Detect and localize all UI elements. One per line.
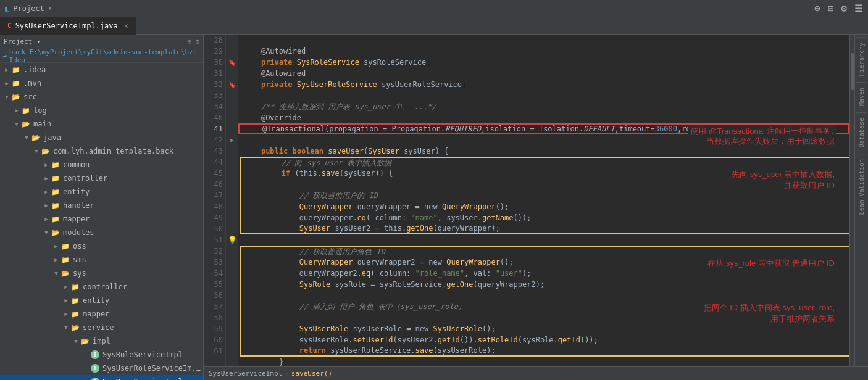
sidebar-item-label-common: common [63,160,90,169]
gutter-54 [226,268,238,279]
right-tab-bean-validation[interactable]: Bean Validation [856,154,867,220]
code-span-47: queryWrapper.eq( column: "name", sysUser… [246,212,531,223]
sidebar-icon-2[interactable]: ⚙ [195,38,199,46]
code-span-55: // 插入到 用户-角色 表中（sys_user_role） [246,301,465,312]
sidebar-item-impl-folder[interactable]: ▼ 📂 impl [0,334,203,348]
gutter-46 [226,179,238,190]
code-span-30: private SysRoleService sysRoleService; [243,57,431,68]
code-line-58: return sysUserRoleService.save(sysUserRo… [240,345,849,357]
sidebar-item-idea[interactable]: ▶ 📁 .idea [0,63,203,76]
sidebar-item-src[interactable]: ▼ 📂 src [0,90,203,104]
lightbulb-icon-51[interactable]: 💡 [228,236,237,244]
sidebar-item-common[interactable]: ▶ 📁 common [0,158,203,171]
line-num-57: 57 [206,301,223,312]
code-span-44: if (this.save(sysUser)) { [246,168,393,179]
code-span-56: SysUserRole sysUserRole = new SysUserRol… [246,323,496,334]
sidebar-item-label-main: main [33,120,51,128]
code-line-53: SysRole sysRole = sysRoleService.getOne(… [240,279,849,290]
code-line-44: if (this.save(sysUser)) { 先向 sys_user 表中… [240,168,849,179]
gutter-50 [226,223,238,234]
sidebar-item-sys-entity[interactable]: ▶ 📁 entity [0,294,203,307]
title-bar-controls: ⊕ ⊟ ⚙ ☰ [814,2,863,14]
code-span-34: /** 先插入数据到 用户表 sys_user 中。 ...*/ [243,101,436,112]
sidebar-item-sys-mapper[interactable]: ▶ 📁 mapper [0,307,203,321]
sidebar-item-mapper[interactable]: ▶ 📁 mapper [0,212,203,226]
sidebar-item-sysuserserviceimpl[interactable]: I SysUserServiceImpl [0,375,203,380]
line-num-29: 29 [206,46,223,57]
back-nav[interactable]: ◄ back E:\myProject\myGit\admin-vue-temp… [0,49,203,63]
folder-open-icon: 📂 [41,146,51,156]
breadcrumb: SysUserServiceImpl › saveUser() [204,366,868,380]
project-title[interactable]: Project [13,4,44,13]
scrollbar-thumb[interactable] [851,53,854,90]
layout-icon[interactable]: ⊟ [828,2,834,14]
project-dropdown-icon[interactable]: ▾ [48,4,52,12]
line-num-51: 51 [206,234,223,246]
chevron-right-icon: ▶ [2,67,11,73]
sidebar-item-sysroleserviceimpl[interactable]: I SysRoleServiceImpl [0,348,203,361]
folder-open-icon: 📂 [70,323,80,332]
code-span-50: // 获取普通用户角色 ID [246,246,385,257]
breadcrumb-method[interactable]: saveUser() [291,370,332,378]
sidebar-item-label-handler: handler [63,201,94,210]
sidebar-item-sms[interactable]: ▶ 📁 sms [0,253,203,266]
right-tab-database[interactable]: Database [856,112,867,152]
sidebar-item-oss[interactable]: ▶ 📁 oss [0,239,203,253]
code-line-30: private SysRoleService sysRoleService; [238,57,849,68]
sidebar-item-controller[interactable]: ▶ 📁 controller [0,171,203,185]
sidebar-item-com[interactable]: ▼ 📂 com.lyh.admin_template.back [0,144,203,158]
sidebar-item-label-sysuserserviceimpl: SysUserServiceImpl [102,378,183,380]
bookmark-icon-32: 🔖 [228,81,236,88]
gutter-53 [226,257,238,268]
sidebar-item-log[interactable]: ▶ 📁 log [0,104,203,117]
line-num-30: 30 [206,57,223,68]
chevron-down-icon: ▼ [72,338,80,344]
sidebar-item-service[interactable]: ▼ 📂 service [0,321,203,334]
sidebar-item-sys-controller[interactable]: ▶ 📁 controller [0,280,203,294]
gutter-31 [226,68,238,79]
chevron-right-icon: ▶ [62,311,70,317]
tab-close-icon[interactable]: × [124,22,128,30]
tab-sysUserServiceImpl[interactable]: C SysUserServiceImpl.java × [0,17,136,35]
sidebar-item-label-sysuserroleserviceimpl: SysUserRoleServiceIm... [102,364,203,373]
sidebar-item-sysuserroleserviceimpl[interactable]: I SysUserRoleServiceIm... [0,361,203,375]
code-span-41: @Transactional(propagation = Propagation… [244,123,740,134]
sidebar-item-mvn[interactable]: ▶ 📁 .mvn [0,76,203,90]
code-content[interactable]: @Autowired private SysRoleService sysRol… [238,35,849,366]
gutter-58 [226,312,238,323]
scrollbar-right[interactable] [849,35,854,366]
code-line-44b: 并获取用户 ID [240,179,849,190]
chevron-down-icon: ▼ [52,270,61,276]
code-span-40: @Override [243,112,301,123]
sidebar-item-entity[interactable]: ▶ 📁 entity [0,185,203,199]
code-line-33 [238,90,849,101]
breadcrumb-separator: › [285,370,289,378]
gutter-59 [226,323,238,334]
gutter-42: ▶ [226,134,238,146]
sidebar-item-sys[interactable]: ▼ 📂 sys [0,266,203,280]
sidebar-item-label-oss: oss [73,242,86,250]
right-tab-hierarchy[interactable]: Hierarchy [856,37,867,81]
sidebar-item-modules[interactable]: ▼ 📂 modules [0,226,203,239]
settings-icon[interactable]: ⚙ [841,2,847,14]
menu-icon[interactable]: ☰ [854,2,863,14]
line-num-53: 53 [206,257,223,268]
gutter-47 [226,190,238,201]
line-num-56: 56 [206,290,223,301]
impl-icon2: I [90,363,100,373]
sidebar-item-java[interactable]: ▼ 📂 java [0,131,203,144]
gutter-51: 💡 [226,234,238,246]
right-tab-maven[interactable]: Maven [856,82,867,111]
sidebar-icon-1[interactable]: ⊕ [188,38,192,46]
chevron-right-icon: ▶ [52,243,61,249]
gutter-45 [226,168,238,179]
sidebar-item-handler[interactable]: ▶ 📁 handler [0,199,203,212]
breadcrumb-file[interactable]: SysUserServiceImpl [209,370,282,378]
globe-icon[interactable]: ⊕ [814,2,820,14]
sidebar-header: Project ▾ ⊕ ⚙ [0,35,203,49]
gutter-29 [226,46,238,57]
code-line-41: @Transactional(propagation = Propagation… [238,123,849,134]
fold-icon-42[interactable]: ▶ [230,137,233,143]
sidebar-item-main[interactable]: ▼ 📂 main [0,117,203,131]
sidebar-item-label-mapper: mapper [63,215,90,223]
